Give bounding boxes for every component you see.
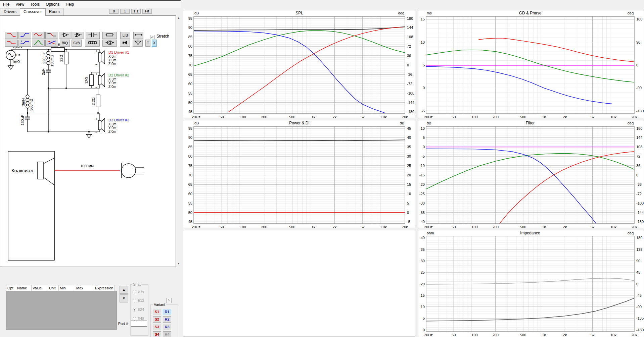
variant-result-button-r2[interactable]: R2 xyxy=(163,316,171,323)
variant-sim-button-s2[interactable]: S2 xyxy=(153,316,161,323)
optimizer-column-unit[interactable]: Unit xyxy=(48,285,59,291)
left-tick-label: 65 xyxy=(188,182,192,186)
wire-icon[interactable] xyxy=(133,32,143,39)
right-tick-label: 144 xyxy=(407,25,413,30)
scale-button-1-1[interactable]: 1:1 xyxy=(131,9,141,14)
tab-room[interactable]: Room xyxy=(45,8,63,15)
gain-function-button[interactable]: G(f) xyxy=(72,40,82,47)
snap-option-E24[interactable]: E24 xyxy=(133,307,144,312)
row-up-button[interactable]: ▲ xyxy=(120,286,128,294)
x-tick-label: 50 xyxy=(452,333,456,337)
snap-radio-E24[interactable] xyxy=(133,308,136,312)
scroll-down-icon[interactable]: ▼ xyxy=(176,261,181,266)
left-tick-label: -40 xyxy=(419,220,425,224)
schematic-scrollbar[interactable]: ▲ ▼ xyxy=(176,15,181,266)
scale-button-Fit[interactable]: Fit xyxy=(142,9,152,14)
right-tick-label: 0 xyxy=(636,63,638,67)
inductor-icon[interactable] xyxy=(85,40,100,47)
left-tick-label: 90 xyxy=(188,25,192,30)
snap-radio-5%[interactable] xyxy=(133,290,136,293)
highpass-icon[interactable] xyxy=(18,32,31,39)
lowshelf-icon[interactable] xyxy=(5,40,18,47)
driver-position-label: Y 0m xyxy=(108,126,116,130)
left-axis-unit: ohm xyxy=(427,231,434,235)
variant-result-button-r1[interactable]: R1 xyxy=(163,309,171,315)
scale-button-1[interactable]: 1 xyxy=(120,9,130,14)
x-tick-label: 50 xyxy=(220,115,224,118)
left-tick-label: 60 xyxy=(188,82,192,86)
spl-chart-panel[interactable]: SPLdBdeg95908580757065605550451801441087… xyxy=(183,10,415,118)
left-tick-label: 10 xyxy=(421,305,425,309)
menu-tools[interactable]: Tools xyxy=(27,1,43,8)
library-button[interactable]: LIB xyxy=(120,32,130,39)
left-tick-label: -30 xyxy=(419,201,425,205)
variant-result-button-r3[interactable]: R3 xyxy=(163,324,171,330)
graph-area: SPLdBdeg95908580757065605550451801441087… xyxy=(181,0,644,337)
buffer-icon[interactable] xyxy=(59,32,71,39)
optimizer-column-value[interactable]: Value xyxy=(31,285,48,291)
t-button[interactable]: T xyxy=(145,40,150,47)
component-value-label: 150mΩ xyxy=(50,55,54,67)
resistor-icon[interactable] xyxy=(102,32,117,39)
shelf-icon[interactable] xyxy=(45,32,58,39)
highshelf-icon[interactable] xyxy=(18,40,31,47)
x-tick-label: 100 xyxy=(471,225,477,228)
speaker-icon[interactable] xyxy=(120,40,130,47)
bandpass-icon[interactable] xyxy=(32,40,45,47)
part-number-input[interactable] xyxy=(131,321,147,327)
menu-options[interactable]: Options xyxy=(43,1,62,8)
optimizer-column-opt[interactable]: Opt xyxy=(6,285,16,291)
right-tick-label: 45 xyxy=(407,126,411,130)
right-tick-label: 0 xyxy=(636,173,638,177)
optimizer-column-max[interactable]: Max xyxy=(75,285,94,291)
snap-radio-E12[interactable] xyxy=(133,299,136,302)
snap-option-5%[interactable]: 5 % xyxy=(133,289,144,293)
right-tick-label: -108 xyxy=(636,201,644,205)
x-tick-label: 5k xyxy=(361,225,365,228)
snap-option-E12[interactable]: E12 xyxy=(133,298,144,302)
amplifier-icon[interactable] xyxy=(72,32,84,39)
row-down-button[interactable]: ▼ xyxy=(120,294,128,302)
scale-button-8[interactable]: 8 xyxy=(109,9,119,14)
driver-name-label: D2 Driver #2 xyxy=(108,73,129,77)
component-value-label: 130µF xyxy=(20,115,25,125)
stretch-checkbox[interactable]: ✓ xyxy=(150,35,154,39)
optimizer-table-body[interactable] xyxy=(6,291,117,330)
tab-crossover[interactable]: Crossover xyxy=(20,8,46,16)
ground-icon[interactable] xyxy=(133,40,143,47)
x-button[interactable]: X xyxy=(152,40,157,47)
optimizer-column-name[interactable]: Name xyxy=(16,285,32,291)
chart-title: Filter xyxy=(526,121,535,125)
optimizer-column-min[interactable]: Min xyxy=(58,285,75,291)
optimizer-column-expression[interactable]: Expression xyxy=(94,285,115,291)
right-tick-label: 35 xyxy=(407,145,411,149)
snap-option-E48[interactable]: E48 xyxy=(133,317,144,321)
schematic-canvas[interactable]: +−+−+−2,83V0s1mΩ3,9Ω220µH150mΩ2µF22Ω12Ω2… xyxy=(0,15,176,267)
power-di-chart-panel[interactable]: Power & DIdBdB95908580757065605550454540… xyxy=(183,120,415,228)
left-tick-label: 95 xyxy=(188,16,192,20)
right-tick-label: 180 xyxy=(407,16,413,20)
variant-sim-button-s4[interactable]: S4 xyxy=(153,331,161,337)
variant-sim-button-s3[interactable]: S3 xyxy=(153,324,161,330)
filter-chart-panel[interactable]: FilterdBdeg1050-5-10-15-20-25-30-35-4018… xyxy=(418,120,644,228)
biquad-button[interactable]: BiQ xyxy=(60,40,70,47)
transformer-icon[interactable] xyxy=(102,40,117,47)
menu-file[interactable]: File xyxy=(0,1,12,8)
variant-sim-button-s1[interactable]: S1 xyxy=(153,309,161,315)
menu-view[interactable]: View xyxy=(12,1,27,8)
tab-drivers[interactable]: Drivers xyxy=(0,8,20,15)
scroll-up-icon[interactable]: ▲ xyxy=(176,15,181,20)
expand-variant-button[interactable]: › xyxy=(166,298,172,303)
lowpass-icon[interactable] xyxy=(5,32,18,39)
peak-eq-icon[interactable] xyxy=(32,32,45,39)
impedance-chart-panel[interactable]: Impedanceohmdeg4035302520151050180135904… xyxy=(418,230,644,337)
gd-phase-chart-panel[interactable]: GD & Phasemsdeg151050-5180900-90-18020Hz… xyxy=(418,10,644,118)
x-tick-label: 5k xyxy=(361,115,365,118)
capacitor-icon[interactable] xyxy=(86,32,100,39)
right-tick-label: -90 xyxy=(636,305,642,309)
menu-help[interactable]: Help xyxy=(63,1,77,8)
snap-radio-E48[interactable] xyxy=(133,317,136,321)
x-tick-label: 20Hz xyxy=(424,225,433,228)
crossover-icon[interactable] xyxy=(45,40,58,47)
series-phase xyxy=(426,298,634,321)
